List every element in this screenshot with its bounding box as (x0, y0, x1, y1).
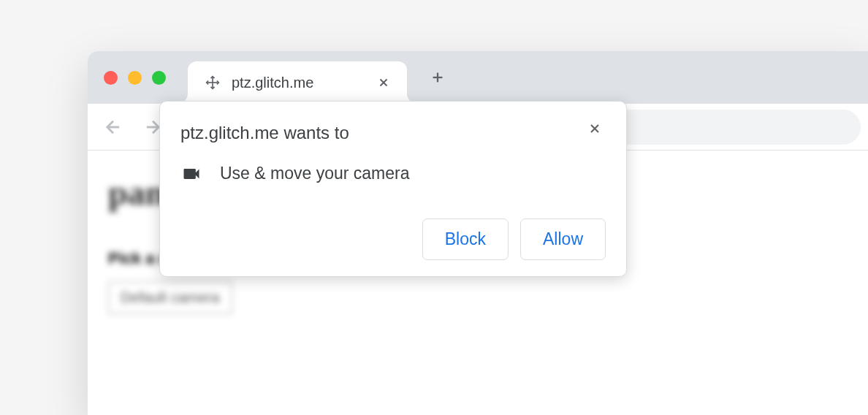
permission-row: Use & move your camera (180, 163, 606, 185)
move-icon (204, 74, 221, 91)
prompt-header: ptz.glitch.me wants to (180, 121, 606, 145)
tab-title: ptz.glitch.me (232, 75, 337, 91)
window-controls (104, 71, 166, 85)
permission-text: Use & move your camera (220, 164, 409, 183)
prompt-title: ptz.glitch.me wants to (180, 121, 349, 145)
new-tab-button[interactable] (422, 61, 454, 94)
back-button[interactable] (95, 109, 132, 145)
permission-prompt: ptz.glitch.me wants to Use & move your c… (159, 101, 627, 277)
close-icon[interactable] (584, 118, 606, 140)
allow-button[interactable]: Allow (520, 218, 606, 260)
close-window-button[interactable] (104, 71, 118, 85)
browser-tab[interactable]: ptz.glitch.me (188, 61, 407, 104)
block-button[interactable]: Block (422, 218, 509, 260)
maximize-window-button[interactable] (152, 71, 166, 85)
camera-select[interactable]: Default camera (108, 281, 232, 314)
close-tab-button[interactable] (373, 72, 394, 93)
tab-strip: ptz.glitch.me (88, 51, 868, 104)
prompt-actions: Block Allow (180, 218, 606, 260)
camera-icon (180, 163, 202, 185)
minimize-window-button[interactable] (128, 71, 142, 85)
